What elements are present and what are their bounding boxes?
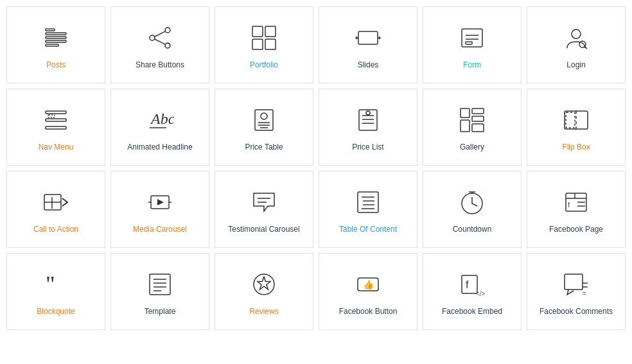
widget-card-form[interactable]: Form bbox=[423, 6, 522, 83]
widget-card-flip-box[interactable]: Flip Box bbox=[527, 89, 626, 166]
form-icon bbox=[456, 22, 488, 54]
svg-text:": " bbox=[46, 272, 55, 297]
svg-rect-4 bbox=[46, 44, 58, 46]
svg-rect-42 bbox=[472, 116, 484, 121]
gallery-icon bbox=[456, 104, 488, 136]
svg-rect-3 bbox=[46, 40, 66, 42]
svg-text:</>: </> bbox=[476, 290, 486, 297]
testimonial-carousel-label: Testimonial Carousel bbox=[228, 225, 299, 235]
svg-rect-13 bbox=[265, 39, 276, 49]
svg-marker-51 bbox=[157, 199, 164, 205]
svg-point-21 bbox=[572, 30, 581, 39]
widget-card-gallery[interactable]: Gallery bbox=[423, 89, 522, 166]
widget-card-facebook-page[interactable]: fFacebook Page bbox=[527, 171, 626, 248]
svg-marker-77 bbox=[258, 277, 270, 290]
svg-rect-24 bbox=[46, 111, 66, 114]
widget-card-media-carousel[interactable]: Media Carousel bbox=[110, 171, 209, 248]
svg-rect-14 bbox=[358, 31, 378, 44]
widget-card-facebook-button[interactable]: 👍Facebook Button bbox=[319, 253, 417, 330]
template-icon bbox=[144, 268, 176, 300]
svg-rect-41 bbox=[472, 108, 484, 114]
widget-card-facebook-comments[interactable]: =Facebook Comments bbox=[527, 253, 626, 330]
svg-rect-20 bbox=[466, 42, 472, 44]
template-label: Template bbox=[145, 307, 176, 317]
price-list-label: Price List bbox=[352, 143, 383, 153]
widget-card-share-buttons[interactable]: Share Buttons bbox=[110, 6, 209, 83]
testimonial-carousel-icon bbox=[248, 186, 280, 218]
login-label: Login bbox=[566, 60, 585, 71]
svg-line-8 bbox=[155, 31, 165, 37]
widget-card-portfolio[interactable]: Portfolio bbox=[215, 6, 313, 83]
svg-text:f: f bbox=[568, 202, 570, 209]
price-table-label: Price Table bbox=[245, 143, 283, 153]
svg-rect-12 bbox=[252, 39, 263, 49]
form-label: Form bbox=[463, 60, 481, 71]
widget-card-login[interactable]: Login bbox=[527, 6, 626, 83]
svg-line-9 bbox=[155, 39, 165, 44]
svg-text:f: f bbox=[466, 279, 469, 290]
svg-rect-80 bbox=[462, 275, 477, 293]
svg-point-39 bbox=[366, 111, 370, 115]
facebook-comments-label: Facebook Comments bbox=[540, 307, 613, 317]
share-buttons-icon bbox=[144, 22, 176, 54]
reviews-icon bbox=[248, 268, 280, 300]
media-carousel-icon bbox=[144, 186, 176, 218]
svg-rect-26 bbox=[46, 126, 66, 129]
reviews-label: Reviews bbox=[249, 307, 278, 317]
svg-rect-27 bbox=[48, 115, 55, 117]
widget-card-blockquote[interactable]: "Blockquote bbox=[6, 253, 105, 330]
countdown-label: Countdown bbox=[453, 225, 492, 235]
facebook-page-label: Facebook Page bbox=[549, 225, 603, 235]
widget-card-call-to-action[interactable]: Call to Action bbox=[6, 171, 105, 248]
svg-rect-10 bbox=[252, 26, 263, 37]
svg-rect-43 bbox=[461, 120, 470, 132]
nav-menu-icon bbox=[40, 104, 72, 136]
price-list-icon bbox=[352, 104, 384, 136]
flip-box-label: Flip Box bbox=[562, 143, 590, 153]
widget-card-countdown[interactable]: Countdown bbox=[423, 171, 522, 248]
facebook-comments-icon: = bbox=[560, 268, 592, 300]
gallery-label: Gallery bbox=[460, 143, 484, 153]
widget-card-posts[interactable]: Posts bbox=[6, 6, 105, 83]
facebook-button-label: Facebook Button bbox=[339, 307, 398, 317]
widget-card-table-of-content[interactable]: Table Of Content bbox=[319, 171, 417, 248]
widget-card-price-list[interactable]: Price List bbox=[319, 89, 417, 166]
svg-rect-11 bbox=[265, 26, 276, 37]
slides-icon bbox=[352, 22, 384, 54]
svg-rect-1 bbox=[46, 33, 66, 35]
facebook-embed-label: Facebook Embed bbox=[442, 307, 502, 317]
svg-rect-25 bbox=[46, 119, 66, 121]
widget-card-facebook-embed[interactable]: f</>Facebook Embed bbox=[423, 253, 522, 330]
price-table-icon bbox=[248, 104, 280, 136]
facebook-button-icon: 👍 bbox=[352, 268, 384, 300]
call-to-action-label: Call to Action bbox=[33, 225, 78, 235]
svg-rect-83 bbox=[565, 274, 583, 290]
animated-headline-label: Animated Headline bbox=[127, 143, 192, 153]
widget-card-reviews[interactable]: Reviews bbox=[215, 253, 313, 330]
widget-card-testimonial-carousel[interactable]: Testimonial Carousel bbox=[215, 171, 313, 248]
facebook-embed-icon: f</> bbox=[456, 268, 488, 300]
svg-rect-0 bbox=[46, 29, 55, 31]
widget-grid: PostsShare ButtonsPortfolioSlidesFormLog… bbox=[6, 6, 626, 330]
table-of-content-label: Table Of Content bbox=[339, 225, 397, 235]
svg-rect-35 bbox=[359, 110, 377, 130]
widget-card-template[interactable]: Template bbox=[110, 253, 209, 330]
call-to-action-icon bbox=[40, 186, 72, 218]
svg-text:Abc: Abc bbox=[150, 110, 174, 127]
widget-card-nav-menu[interactable]: Nav Menu bbox=[6, 89, 105, 166]
svg-rect-71 bbox=[150, 274, 170, 295]
posts-icon bbox=[40, 22, 72, 54]
svg-rect-40 bbox=[461, 108, 470, 117]
flip-box-icon bbox=[560, 104, 592, 136]
share-buttons-label: Share Buttons bbox=[136, 60, 184, 71]
svg-rect-44 bbox=[472, 124, 484, 132]
blockquote-label: Blockquote bbox=[37, 307, 75, 317]
media-carousel-label: Media Carousel bbox=[133, 225, 187, 235]
widget-card-animated-headline[interactable]: AbcAnimated Headline bbox=[110, 89, 209, 166]
svg-point-31 bbox=[261, 113, 267, 119]
svg-point-6 bbox=[150, 35, 155, 40]
nav-menu-label: Nav Menu bbox=[39, 143, 74, 153]
widget-card-slides[interactable]: Slides bbox=[319, 6, 417, 83]
widget-card-price-table[interactable]: Price Table bbox=[215, 89, 313, 166]
posts-label: Posts bbox=[46, 60, 66, 71]
